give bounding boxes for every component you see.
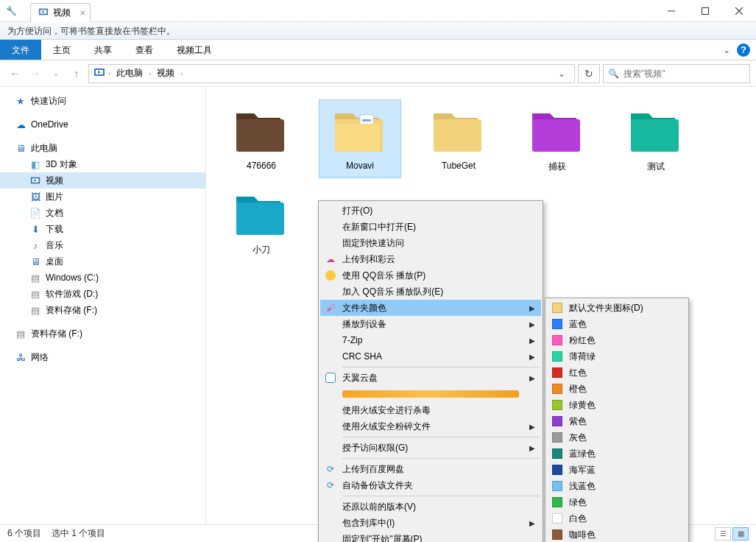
ribbon-expand-icon[interactable]: ⌄ [718,45,735,55]
color-menu-item[interactable]: 灰色 [547,429,687,446]
nav-up-icon[interactable]: ↑ [68,65,85,82]
window-minimize[interactable] [654,0,688,22]
context-menu-item[interactable]: ⟳自动备份该文件夹 [320,477,541,493]
folder-item[interactable]: 测试 [615,100,696,177]
submenu-arrow-icon: ▶ [529,519,535,527]
color-menu-item[interactable]: 薄荷绿 [547,348,687,365]
chevron-right-icon[interactable]: › [149,70,151,77]
context-menu-item[interactable]: 使用火绒安全进行杀毒 [320,402,541,418]
sidebar-item-music[interactable]: ♪音乐 [0,237,205,253]
ribbon-tab-home[interactable]: 主页 [41,40,82,60]
view-details-button[interactable]: ☰ [715,527,731,541]
cube-icon: ◧ [29,158,41,170]
refresh-button[interactable]: ↻ [578,64,600,83]
color-menu-item[interactable]: 粉红色 [547,332,687,348]
folder-label: Movavi [322,161,398,171]
context-menu-item[interactable]: 🖌文件夹颜色▶ [320,300,541,316]
address-bar: ← → ⌄ ↑ › 此电脑 › 视频 › ⌄ ↻ 🔍 [0,60,756,87]
color-menu-item[interactable]: 橙色 [547,381,687,397]
folder-item[interactable]: Movavi [319,100,400,177]
folder-label: 测试 [618,161,693,173]
tab-close-icon[interactable]: × [80,7,85,18]
help-icon[interactable]: ? [737,43,750,57]
breadcrumb-videos[interactable]: 视频 [154,66,177,81]
sidebar-item-pictures[interactable]: 🖼图片 [0,189,205,205]
context-menu-item[interactable]: 天翼云盘▶ [320,370,541,386]
nav-back-icon[interactable]: ← [6,65,24,82]
color-menu-item[interactable]: 紫色 [547,413,687,429]
color-label: 橙色 [569,383,587,395]
sidebar-item-desktop[interactable]: 🖥桌面 [0,253,205,270]
chevron-right-icon[interactable]: › [180,70,183,77]
color-menu-item[interactable]: 蓝色 [547,316,687,332]
nav-recent-icon[interactable]: ⌄ [47,65,65,82]
sidebar-item-videos[interactable]: 视频 [0,172,205,189]
color-menu-item[interactable]: 浅蓝色 [547,478,687,494]
sidebar-item-onedrive[interactable]: ☁OneDrive [0,116,205,133]
sidebar-item-documents[interactable]: 📄文档 [0,205,205,221]
pc-icon: 🖥 [15,142,27,154]
sidebar-item-label: 视频 [46,175,63,187]
sidebar-item-label: 文档 [46,207,63,219]
color-menu-item[interactable]: 咖啡色 [547,527,687,542]
context-menu-label: 固定到快速访问 [342,237,404,250]
context-menu-item[interactable]: 打开(O) [320,203,541,219]
breadcrumb[interactable]: › 此电脑 › 视频 › ⌄ [88,64,575,83]
context-menu-item[interactable]: 7-Zip▶ [320,332,541,348]
ribbon-tab-share[interactable]: 共享 [82,40,124,60]
chevron-right-icon[interactable]: › [108,70,110,77]
sidebar-item-network[interactable]: 🖧网络 [0,349,205,365]
folder-item[interactable]: TubeGet [418,100,499,177]
context-menu-item[interactable]: 播放到设备▶ [320,316,541,332]
context-menu-item[interactable]: 包含到库中(I)▶ [320,515,541,531]
qq-icon [325,270,336,281]
context-menu-item[interactable]: ☁上传到和彩云 [320,251,541,267]
color-menu-item[interactable]: 绿黄色 [547,397,687,413]
browser-tab[interactable]: 视频 × [30,3,91,22]
context-menu-item[interactable]: 加入 QQ音乐 播放队列(E) [320,284,541,300]
sidebar-item-drive-c[interactable]: ▤Windows (C:) [0,270,205,286]
context-menu-item[interactable]: 在新窗口中打开(E) [320,219,541,235]
folder-item[interactable]: 小刀 [221,183,302,261]
sidebar-item-thispc[interactable]: 🖥此电脑 [0,140,205,156]
context-menu-item[interactable]: CRC SHA▶ [320,348,541,365]
search-input[interactable] [623,68,745,79]
window-maximize[interactable] [688,0,722,22]
window-close[interactable] [722,0,756,22]
sidebar-item-drive-f2[interactable]: ▤资料存储 (F:) [0,325,205,342]
sidebar-item-quick[interactable]: ★快速访问 [0,93,205,109]
folder-item[interactable]: 476666 [221,100,302,177]
redacted-item[interactable] [342,390,519,398]
wrench-icon[interactable]: 🔧 [6,6,17,16]
sidebar-item-3d[interactable]: ◧3D 对象 [0,156,205,172]
ribbon-tab-file[interactable]: 文件 [0,40,41,60]
color-label: 咖啡色 [569,529,596,541]
color-menu-item[interactable]: 红色 [547,365,687,381]
color-menu-item[interactable]: 白色 [547,510,687,527]
context-menu-item[interactable]: 使用火绒安全粉碎文件▶ [320,418,541,434]
sidebar-item-drive-d[interactable]: ▤软件游戏 (D:) [0,286,205,302]
breadcrumb-thispc[interactable]: 此电脑 [113,66,146,81]
context-menu-label: 文件夹颜色 [342,302,386,314]
video-folder-icon [38,7,49,19]
sidebar-item-downloads[interactable]: ⬇下载 [0,221,205,237]
context-menu-item[interactable]: 固定到快速访问 [320,235,541,251]
search-box[interactable]: 🔍 [603,64,750,83]
context-menu-item[interactable]: 授予访问权限(G)▶ [320,440,541,456]
context-menu-item[interactable]: 使用 QQ音乐 播放(P) [320,267,541,284]
view-icons-button[interactable]: ▦ [732,527,749,541]
path-dropdown-icon[interactable]: ⌄ [554,68,570,79]
color-menu-item[interactable]: 默认文件夹图标(D) [547,300,687,316]
context-menu-item[interactable]: 固定到"开始"屏幕(P) [320,531,541,542]
sidebar-item-drive-f[interactable]: ▤资料存储 (F:) [0,302,205,318]
ribbon-tab-videotools[interactable]: 视频工具 [165,40,224,60]
color-menu-item[interactable]: 蓝绿色 [547,446,687,462]
color-menu-item[interactable]: 绿色 [547,494,687,510]
folder-item[interactable]: 捕获 [517,100,598,177]
context-menu-item[interactable]: 还原以前的版本(V) [320,499,541,515]
context-menu-item[interactable]: ⟳上传到百度网盘 [320,461,541,477]
color-menu-item[interactable]: 海军蓝 [547,462,687,478]
ribbon-tab-view[interactable]: 查看 [124,40,165,60]
color-label: 红色 [569,367,587,379]
nav-forward-icon[interactable]: → [27,65,44,82]
